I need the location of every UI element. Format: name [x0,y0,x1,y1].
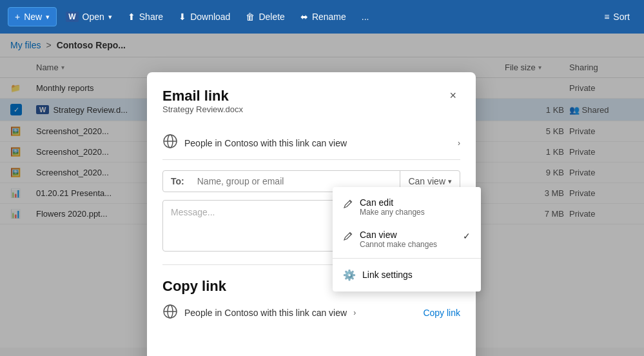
link-settings-row[interactable]: People in Contoso with this link can vie… [162,127,460,160]
word-icon: W [66,12,78,22]
modal-close-button[interactable]: × [445,88,460,104]
download-icon: ⬇ [179,12,186,22]
can-view-desc: Cannot make changes [360,240,456,249]
link-settings-option[interactable]: ⚙️ Link settings [333,261,481,288]
delete-icon: 🗑 [246,12,255,22]
can-view-check-icon: ✓ [463,231,471,241]
modal-title: Email link [162,88,243,104]
delete-button[interactable]: 🗑 Delete [239,8,291,26]
modal-header: Email link Strategy Review.docx × [162,88,460,124]
rename-icon: ⬌ [300,12,308,22]
share-icon: ⬆ [128,12,135,22]
rename-button[interactable]: ⬌ Rename [294,8,353,26]
sort-label: Sort [613,12,630,22]
plus-icon: + [15,12,20,22]
can-edit-option[interactable]: Can edit Make any changes [333,191,481,223]
can-edit-desc: Make any changes [360,208,471,217]
copy-link-left: People in Contoso with this link can vie… [162,304,356,322]
download-label: Download [190,12,230,22]
can-edit-content: Can edit Make any changes [360,197,471,217]
more-button[interactable]: ... [355,8,376,26]
new-label: New [24,12,42,22]
can-edit-title: Can edit [360,197,471,208]
sort-button[interactable]: ≡ Sort [598,8,636,26]
more-label: ... [362,12,369,22]
link-chevron-icon: › [458,139,460,148]
sort-icon: ≡ [604,12,609,22]
share-button[interactable]: ⬆ Share [121,8,170,26]
to-label: To: [163,171,192,192]
open-chevron-icon: ▾ [108,13,112,21]
toolbar: + New ▾ W Open ▾ ⬆ Share ⬇ Download 🗑 De… [0,0,644,34]
view-icon [343,231,353,244]
copy-link-button[interactable]: Copy link [423,308,460,318]
new-button[interactable]: + New ▾ [8,7,57,26]
message-placeholder: Message... [171,207,215,217]
download-button[interactable]: ⬇ Download [172,8,237,26]
main-area: My files > Contoso Repo... Name ▾ File s… [0,34,644,356]
delete-label: Delete [259,12,284,22]
gear-icon: ⚙️ [343,269,356,281]
copy-link-row: People in Contoso with this link can vie… [162,297,460,328]
can-view-title: Can view [360,230,456,240]
open-button[interactable]: W Open ▾ [59,8,119,26]
edit-icon [343,199,353,212]
link-settings-text: People in Contoso with this link can vie… [184,138,451,148]
share-label: Share [139,12,163,22]
open-label: Open [83,12,104,22]
dropdown-divider [333,258,481,259]
can-view-option[interactable]: Can view Cannot make changes ✓ [333,223,481,255]
modal-subtitle: Strategy Review.docx [162,104,243,114]
permission-dropdown-menu: Can edit Make any changes Can view Canno… [333,187,481,292]
permission-chevron-icon: ▾ [448,177,452,186]
rename-label: Rename [312,12,346,22]
copy-link-chevron-icon: › [353,308,356,317]
permission-current-label: Can view [408,176,445,186]
link-settings-label: Link settings [362,270,413,280]
chevron-down-icon: ▾ [46,13,50,21]
can-view-content: Can view Cannot make changes [360,230,456,249]
copy-link-icon [162,304,178,322]
copy-link-settings-text: People in Contoso with this link can vie… [184,308,347,318]
link-icon [162,134,178,153]
